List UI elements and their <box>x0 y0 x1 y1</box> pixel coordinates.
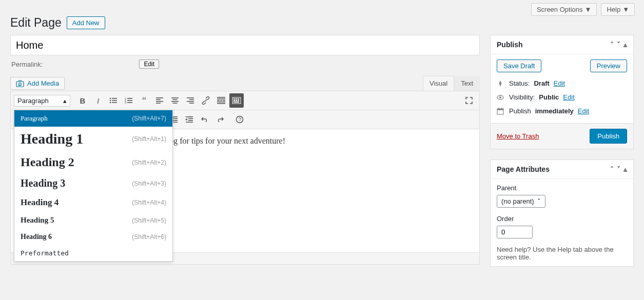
italic-button[interactable]: I <box>91 93 105 108</box>
format-dropdown[interactable]: Paragraph▴ <box>14 95 70 107</box>
svg-rect-20 <box>173 99 178 101</box>
svg-rect-28 <box>217 98 225 99</box>
format-option-preformatted[interactable]: Preformatted <box>14 245 172 261</box>
svg-rect-27 <box>217 97 225 98</box>
panel-down-icon[interactable]: ˅ <box>617 41 620 49</box>
numbered-list-button[interactable]: 123 <box>122 93 136 108</box>
svg-rect-47 <box>173 118 178 119</box>
svg-point-57 <box>499 96 501 98</box>
move-to-trash-link[interactable]: Move to Trash <box>497 132 539 140</box>
svg-rect-33 <box>217 103 225 104</box>
post-title-input[interactable] <box>10 35 480 55</box>
calendar-icon <box>497 108 505 115</box>
svg-rect-6 <box>112 100 117 101</box>
camera-icon <box>16 80 24 87</box>
align-left-button[interactable] <box>152 93 167 108</box>
svg-rect-0 <box>16 82 24 87</box>
status-edit-link[interactable]: Edit <box>554 79 565 87</box>
format-option-paragraph[interactable]: Paragraph(Shift+Alt+7) <box>14 110 172 127</box>
toolbar-toggle-button[interactable] <box>229 93 244 108</box>
parent-label: Parent <box>497 184 627 192</box>
format-option-heading-1[interactable]: Heading 1(Shift+Alt+1) <box>14 127 172 151</box>
svg-rect-8 <box>112 102 117 103</box>
svg-rect-14 <box>127 102 132 103</box>
align-right-button[interactable] <box>183 93 198 108</box>
svg-rect-16 <box>156 99 161 101</box>
panel-toggle-icon[interactable]: ▴ <box>623 165 627 173</box>
chevron-down-icon: ˅ <box>537 197 541 205</box>
svg-rect-36 <box>236 98 237 99</box>
svg-rect-29 <box>217 100 220 101</box>
svg-rect-24 <box>189 99 194 101</box>
format-option-heading-5[interactable]: Heading 5(Shift+Alt+5) <box>14 212 172 229</box>
visibility-edit-link[interactable]: Edit <box>563 93 574 101</box>
svg-rect-37 <box>238 98 239 99</box>
tab-visual[interactable]: Visual <box>423 76 454 91</box>
add-media-button[interactable]: Add Media <box>10 77 65 90</box>
read-more-button[interactable] <box>214 93 228 108</box>
order-input[interactable] <box>497 226 533 238</box>
blockquote-button[interactable]: “ <box>137 93 151 108</box>
svg-rect-30 <box>220 100 222 101</box>
svg-rect-23 <box>187 97 194 98</box>
help-button[interactable]: Help ▼ <box>601 3 635 16</box>
page-title: Edit Page <box>10 16 62 30</box>
redo-button[interactable] <box>213 112 227 127</box>
panel-up-icon[interactable]: ˄ <box>610 165 614 173</box>
svg-text:3: 3 <box>125 101 126 104</box>
svg-text:?: ? <box>239 117 242 123</box>
svg-rect-26 <box>189 103 194 104</box>
format-option-heading-4[interactable]: Heading 4(Shift+Alt+4) <box>14 193 172 212</box>
format-option-heading-6[interactable]: Heading 6(Shift+Alt+6) <box>14 229 172 245</box>
svg-rect-61 <box>501 108 502 109</box>
svg-rect-53 <box>186 122 193 123</box>
svg-rect-40 <box>238 100 239 101</box>
preview-button[interactable]: Preview <box>590 59 627 72</box>
dropdown-icon: ▼ <box>585 6 592 13</box>
panel-down-icon[interactable]: ˅ <box>617 165 620 173</box>
fullscreen-button[interactable] <box>462 93 476 108</box>
panel-up-icon[interactable]: ˄ <box>610 41 614 49</box>
bold-button[interactable]: B <box>75 93 90 108</box>
svg-rect-41 <box>233 102 239 103</box>
permalink-edit-button[interactable]: Edit <box>139 59 159 69</box>
pin-icon <box>497 80 505 87</box>
svg-rect-10 <box>127 98 132 99</box>
svg-rect-17 <box>156 101 163 102</box>
svg-rect-32 <box>217 102 225 103</box>
publish-button[interactable]: Publish <box>590 129 627 144</box>
svg-point-7 <box>110 102 111 104</box>
indent-button[interactable] <box>182 112 197 127</box>
keyboard-help-button[interactable]: ? <box>232 112 247 127</box>
order-label: Order <box>497 215 627 223</box>
svg-rect-48 <box>173 120 178 121</box>
svg-rect-25 <box>187 101 194 102</box>
format-option-heading-3[interactable]: Heading 3(Shift+Alt+3) <box>14 173 172 193</box>
publish-panel-title: Publish <box>497 41 523 49</box>
format-option-heading-2[interactable]: Heading 2(Shift+Alt+2) <box>14 151 172 173</box>
eye-icon <box>497 95 505 100</box>
panel-toggle-icon[interactable]: ▴ <box>623 41 627 49</box>
schedule-edit-link[interactable]: Edit <box>578 107 589 115</box>
attributes-help-text: Need help? Use the Help tab above the sc… <box>497 246 627 261</box>
svg-rect-19 <box>171 97 179 98</box>
save-draft-button[interactable]: Save Draft <box>497 59 541 72</box>
svg-point-3 <box>110 98 111 99</box>
svg-rect-35 <box>233 98 235 99</box>
align-center-button[interactable] <box>168 93 182 108</box>
add-new-button[interactable]: Add New <box>67 16 105 29</box>
screen-options-button[interactable]: Screen Options ▼ <box>531 3 597 16</box>
link-button[interactable] <box>199 93 213 108</box>
format-dropdown-menu: Paragraph(Shift+Alt+7)Heading 1(Shift+Al… <box>14 110 173 262</box>
svg-rect-31 <box>223 100 225 101</box>
svg-rect-52 <box>188 120 193 121</box>
parent-select[interactable]: (no parent) ˅ <box>497 195 545 208</box>
svg-rect-4 <box>112 98 117 99</box>
tab-text[interactable]: Text <box>454 76 480 91</box>
undo-button[interactable] <box>198 112 212 127</box>
svg-rect-59 <box>497 109 503 110</box>
svg-rect-22 <box>173 103 178 104</box>
svg-rect-12 <box>127 100 132 101</box>
bullet-list-button[interactable] <box>106 93 121 108</box>
svg-point-5 <box>110 100 111 102</box>
